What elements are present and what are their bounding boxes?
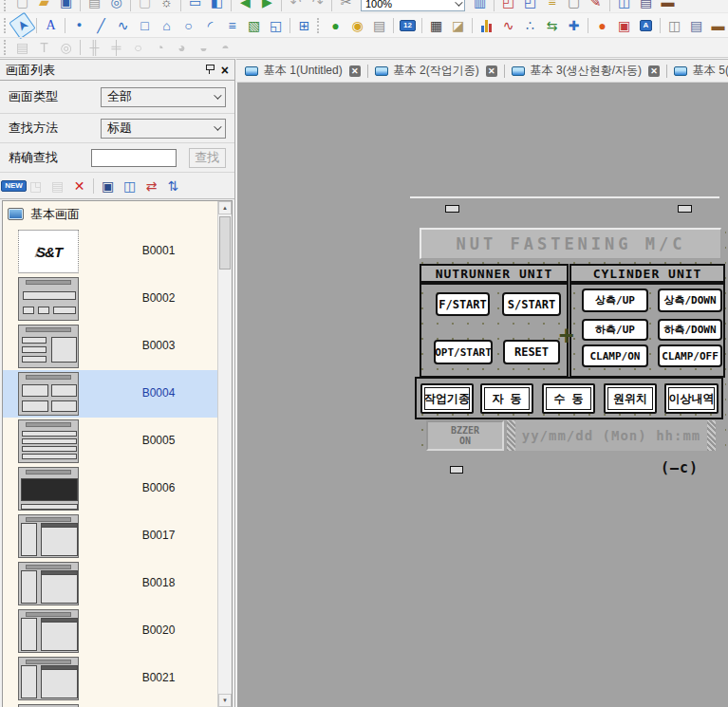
table-tool-icon[interactable]: ⊞ — [294, 16, 314, 35]
rect-tool-icon[interactable]: □ — [135, 16, 155, 35]
tab-close-icon[interactable]: ✕ — [648, 65, 660, 77]
search-input[interactable] — [91, 149, 177, 167]
panel-close-icon[interactable]: × — [221, 64, 229, 77]
next-screen-icon[interactable]: ▶ — [257, 0, 277, 11]
object-handle[interactable] — [445, 205, 459, 213]
clamp-off-button[interactable]: CLAMP/OFF — [658, 344, 722, 367]
new-screen-button[interactable]: NEW — [4, 177, 24, 195]
screen-thumbnail[interactable] — [18, 277, 79, 321]
select-tool-icon[interactable]: ➤ — [9, 11, 35, 39]
filmstrip-icon[interactable]: ▤ — [686, 16, 706, 35]
date-display-icon[interactable]: 12 — [398, 16, 418, 35]
scrollbar-thumb[interactable] — [219, 216, 231, 270]
scale-tool-icon[interactable]: ≡ — [222, 16, 242, 35]
edit-doc-icon[interactable]: ✎ — [586, 0, 606, 11]
reset-button[interactable]: RESET — [503, 340, 560, 364]
save-icon[interactable]: ▣ — [56, 0, 76, 11]
list-item-b0002[interactable]: B0002 — [3, 275, 217, 323]
tab-close-icon[interactable]: ✕ — [486, 65, 497, 77]
screen-call-tool-icon[interactable]: ◱ — [266, 16, 286, 35]
prev-screen-icon[interactable]: ◀ — [235, 0, 255, 11]
polyline-tool-icon[interactable]: ∿ — [113, 16, 133, 35]
new-screen-icon[interactable]: ▭ — [185, 0, 205, 11]
list-item[interactable] — [3, 702, 217, 707]
alarm-history-icon[interactable]: ▣ — [614, 16, 634, 35]
sync-screens-button[interactable]: ⇅ — [163, 177, 183, 195]
screen-thumbnail[interactable] — [18, 372, 79, 416]
transfer-button[interactable]: ⇄ — [141, 177, 161, 195]
group-header[interactable]: 基本画面 — [3, 201, 232, 227]
ellipse-tool-icon[interactable]: ○ — [178, 16, 198, 35]
scroll-up-icon[interactable]: ▲ — [218, 201, 232, 214]
message-display-icon[interactable]: ▤ — [369, 16, 389, 35]
cut-icon[interactable]: ✂ — [336, 0, 356, 11]
work-model-button[interactable]: 작업기종 — [420, 383, 474, 414]
tab-4[interactable]: 基本 5(✕ — [670, 63, 728, 79]
datetime-display[interactable]: yy/mm/dd (Mon) hh:mm — [507, 420, 716, 451]
lower-up-button[interactable]: 하측/UP — [582, 319, 648, 341]
trend-graph-icon[interactable]: ∿ — [498, 16, 518, 35]
hmi-title-plate[interactable]: NUT FASTENING M/C — [420, 228, 721, 259]
switch-tool-icon[interactable]: ● — [326, 16, 345, 35]
screen-thumbnail[interactable] — [18, 609, 79, 653]
scroll-down-icon[interactable]: ▼ — [218, 694, 232, 707]
list-item-b0021[interactable]: B0021 — [3, 655, 217, 702]
error-history-button[interactable]: 이상내역 — [664, 383, 719, 414]
locate-icon[interactable]: ✚ — [564, 16, 584, 35]
tab-1[interactable]: 基本 1(Untitled)✕ — [241, 63, 364, 79]
project-doc-icon[interactable]: ▢ — [135, 0, 155, 11]
list-item-b0001[interactable]: S&TB0001 — [3, 228, 217, 275]
f-start-button[interactable]: F/START — [436, 292, 490, 316]
nutrunner-unit-header[interactable]: NUTRUNNER UNIT — [420, 264, 569, 283]
marker-icon[interactable]: ▬ — [658, 0, 678, 11]
s-start-button[interactable]: S/START — [502, 292, 561, 316]
open-folder-icon[interactable]: ▰ — [34, 0, 54, 11]
data-move-icon[interactable]: ⇆ — [542, 16, 562, 35]
list-scrollbar[interactable]: ▲ ▼ — [217, 201, 232, 707]
search-method-select[interactable]: 标题 — [101, 119, 226, 139]
text-tool-icon[interactable]: A — [41, 16, 61, 35]
upload-project-icon[interactable]: ◰ — [520, 0, 540, 11]
screen-thumbnail[interactable] — [18, 562, 79, 605]
alarm-lamp-icon[interactable]: ● — [592, 16, 612, 35]
delete-screen-button[interactable]: ✕ — [69, 177, 89, 195]
screen-thumbnail[interactable] — [18, 467, 79, 511]
settings-gear-icon[interactable]: ☼ — [157, 0, 177, 11]
auto-button[interactable]: 자 동 — [480, 383, 533, 414]
project-list-icon[interactable]: ≡ — [542, 0, 562, 11]
image-tool-icon[interactable]: ▧ — [244, 16, 264, 35]
lower-down-button[interactable]: 하측/DOWN — [658, 319, 722, 341]
list-item-b0018[interactable]: B0018 — [3, 560, 217, 607]
redo-icon[interactable]: ↷ — [308, 0, 327, 11]
search-button[interactable]: 查找 — [189, 148, 226, 168]
screen-thumbnail[interactable] — [18, 657, 79, 700]
monitor-preview-button[interactable]: ▣ — [98, 177, 118, 195]
list-item-b0006[interactable]: B0006 — [3, 465, 217, 512]
screen-type-select[interactable]: 全部 — [101, 87, 226, 107]
upper-up-button[interactable]: 상측/UP — [582, 288, 648, 312]
screen-copy-icon[interactable]: ◧ — [207, 0, 227, 11]
tab-3[interactable]: 基本 3(생산현황/자동)✕ — [508, 63, 663, 79]
window-arrange-icon[interactable]: ◫ — [614, 0, 634, 11]
line-tool-icon[interactable]: ╱ — [91, 16, 111, 35]
list-item-b0003[interactable]: B0003 — [3, 323, 217, 370]
list-item-b0020[interactable]: B0020 — [3, 607, 217, 655]
cylinder-unit-header[interactable]: CYLINDER UNIT — [569, 264, 725, 283]
tab-2[interactable]: 基本 2(작업기종)✕ — [371, 63, 501, 79]
zoom-level-select[interactable]: 100% — [361, 0, 465, 11]
lamp-tool-icon[interactable]: ◉ — [347, 16, 367, 35]
download-project-icon[interactable]: ◰ — [498, 0, 518, 11]
screen-thumbnail[interactable] — [18, 325, 79, 368]
object-handle[interactable] — [678, 205, 692, 213]
cascade-windows-button[interactable]: ◫ — [120, 177, 140, 195]
opt-start-button[interactable]: OPT/START — [434, 340, 493, 364]
manual-button[interactable]: 수 동 — [542, 383, 595, 414]
dot-tool-icon[interactable]: ● — [69, 16, 89, 35]
design-canvas[interactable]: NUT FASTENING M/C NUTRUNNER UNIT CYLINDE… — [236, 82, 728, 707]
undo-icon[interactable]: ↶ — [286, 0, 306, 11]
drawn-line[interactable] — [410, 196, 719, 198]
screen-preview-icon[interactable]: ▥ — [470, 0, 490, 11]
arc-tool-icon[interactable]: ◜ — [200, 16, 220, 35]
ascii-display-icon[interactable]: A — [636, 16, 656, 35]
grid-display-icon[interactable]: ▦ — [426, 16, 446, 35]
